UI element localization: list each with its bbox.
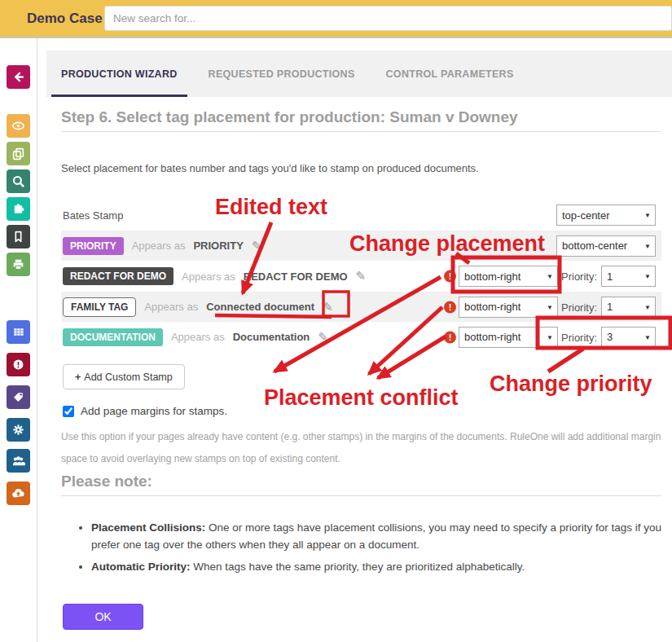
change-priority-connector — [548, 349, 583, 372]
annotation-placement-conflict: Placement conflict — [264, 385, 459, 410]
page-title: Step 6. Select tag placement for product… — [61, 108, 518, 126]
edit-pencil-icon[interactable]: ✎ — [356, 269, 367, 284]
redact-placement-select-wrap: bottom-right ▼ — [459, 266, 558, 287]
alert-icon[interactable] — [7, 353, 30, 376]
tag-badge-priority: PRIORITY — [63, 237, 124, 255]
add-custom-stamp-label: Add Custom Stamp — [84, 372, 172, 383]
tag-badge-redact: REDACT FOR DEMO — [63, 267, 173, 285]
stamp-row-documentation: DOCUMENTATION Appears as Documentation ✎… — [61, 322, 661, 352]
documentation-priority-select-wrap: 3 ▼ — [601, 327, 656, 348]
copy-pages-icon[interactable] — [7, 142, 30, 165]
appears-as-label: Appears as — [144, 301, 198, 313]
tab-bar: PRODUCTION WIZARD REQUESTED PRODUCTIONS … — [46, 51, 672, 97]
priority-label: Priority: — [561, 270, 597, 283]
note-item-lead: Placement Collisions: — [91, 521, 205, 534]
puzzle-icon[interactable] — [7, 197, 30, 221]
page-margins-checkbox[interactable] — [63, 406, 74, 417]
appears-as-value: REDACT FOR DEMO — [244, 270, 348, 283]
search-input[interactable] — [104, 6, 672, 31]
divider — [61, 131, 661, 132]
edit-pencil-icon[interactable]: ✎ — [252, 239, 262, 253]
priority-placement-select[interactable]: bottom-center — [556, 235, 656, 257]
back-arrow-icon[interactable] — [7, 65, 30, 89]
tag-badge-family: FAMILY TAG — [63, 297, 136, 317]
note-list: Placement Collisions: One or more tags h… — [77, 519, 667, 580]
add-custom-stamp-button[interactable]: +Add Custom Stamp — [63, 364, 185, 389]
annotation-change-priority: Change priority — [490, 372, 652, 396]
edit-pencil-icon[interactable]: ✎ — [318, 330, 328, 345]
tab-control-parameters[interactable]: CONTROL PARAMETERS — [376, 51, 524, 97]
appears-as-value: Connected document — [206, 301, 314, 313]
priority-label: Priority: — [561, 301, 597, 313]
bates-placement-select-wrap: top-center ▼ — [556, 204, 656, 226]
family-priority-select[interactable]: 1 — [601, 297, 656, 318]
cloud-upload-icon[interactable] — [7, 482, 30, 505]
note-item: Automatic Priority: When tags have the s… — [91, 558, 667, 575]
sidebar — [0, 38, 37, 642]
family-placement-select[interactable]: bottom-right — [459, 297, 558, 318]
note-heading: Please note: — [61, 473, 152, 490]
redact-placement-select[interactable]: bottom-right — [459, 266, 558, 287]
tab-production-wizard[interactable]: PRODUCTION WIZARD — [51, 51, 187, 97]
ok-button[interactable]: OK — [63, 604, 143, 630]
edit-pencil-icon[interactable]: ✎ — [323, 300, 333, 314]
documentation-placement-select[interactable]: bottom-right — [459, 327, 558, 348]
case-name: Demo Case — [27, 0, 103, 37]
conflict-warning-icon: ! — [444, 301, 456, 313]
stamp-row-family-tag: FAMILY TAG Appears as Connected document… — [61, 292, 661, 322]
gear-icon[interactable] — [7, 418, 30, 442]
documentation-placement-select-wrap: bottom-right ▼ — [459, 327, 558, 348]
redact-priority-select-wrap: 1 ▼ — [601, 266, 656, 287]
bates-stamp-row: Bates Stamp top-center ▼ — [61, 200, 661, 231]
margins-help-text: Use this option if your pages already ha… — [61, 426, 661, 470]
stamp-row-priority: PRIORITY Appears as PRIORITY ✎ bottom-ce… — [61, 231, 661, 261]
bates-stamp-label: Bates Stamp — [63, 209, 123, 222]
tag-badge-documentation: DOCUMENTATION — [63, 328, 163, 346]
appears-as-value: PRIORITY — [193, 240, 243, 252]
conflict-warning-icon: ! — [444, 270, 456, 283]
bates-placement-select[interactable]: top-center — [556, 204, 656, 226]
app-header: Demo Case — [0, 0, 672, 38]
search-icon[interactable] — [7, 169, 30, 193]
note-item: Placement Collisions: One or more tags h… — [91, 519, 667, 553]
plus-icon: + — [75, 372, 81, 383]
tab-requested-productions[interactable]: REQUESTED PRODUCTIONS — [199, 51, 365, 97]
appears-as-label: Appears as — [182, 270, 235, 283]
print-icon[interactable] — [7, 253, 30, 276]
page-margins-row: Add page margins for stamps. — [63, 405, 227, 417]
priority-label: Priority: — [561, 331, 597, 343]
family-placement-select-wrap: bottom-right ▼ — [459, 297, 558, 318]
appears-as-value: Documentation — [233, 331, 310, 343]
grid-table-icon[interactable] — [7, 320, 30, 344]
page-margins-label: Add page margins for stamps. — [81, 405, 227, 417]
step-description: Select placement for bates number and ta… — [61, 162, 479, 174]
appears-as-label: Appears as — [132, 240, 186, 252]
family-priority-select-wrap: 1 ▼ — [601, 297, 656, 318]
note-item-lead: Automatic Priority: — [91, 561, 191, 573]
priority-placement-select-wrap: bottom-center ▼ — [556, 235, 656, 257]
tag-icon[interactable] — [7, 385, 30, 409]
stamp-row-redact: REDACT FOR DEMO Appears as REDACT FOR DE… — [61, 261, 661, 292]
divider — [61, 495, 661, 496]
eye-icon[interactable] — [7, 114, 30, 138]
redact-priority-select[interactable]: 1 — [601, 266, 656, 287]
users-icon[interactable] — [7, 449, 30, 473]
documentation-priority-select[interactable]: 3 — [601, 327, 656, 348]
appears-as-label: Appears as — [171, 331, 225, 343]
note-item-text: When tags have the same priority, they a… — [191, 561, 525, 573]
conflict-warning-icon: ! — [444, 331, 456, 343]
bookmark-icon[interactable] — [7, 225, 30, 248]
